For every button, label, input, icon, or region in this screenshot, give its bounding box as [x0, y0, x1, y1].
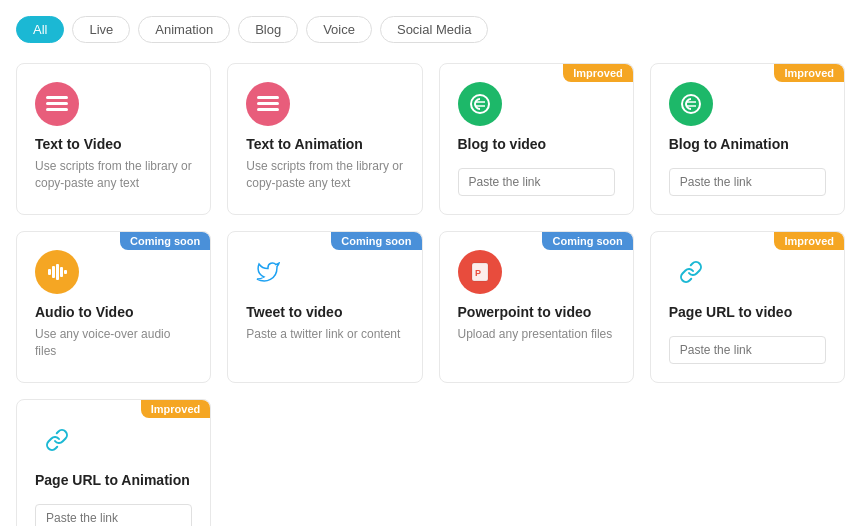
lines-icon	[246, 82, 290, 126]
filter-btn-social-media[interactable]: Social Media	[380, 16, 488, 43]
link-icon	[669, 250, 713, 294]
card-desc-powerpoint-to-video: Upload any presentation files	[458, 326, 615, 343]
badge-audio-to-video: Coming soon	[120, 232, 210, 250]
svg-point-9	[682, 95, 700, 113]
filter-bar: AllLiveAnimationBlogVoiceSocial Media	[16, 16, 845, 43]
svg-rect-12	[48, 269, 51, 275]
card-title-page-url-to-animation: Page URL to Animation	[35, 472, 192, 488]
svg-rect-4	[257, 102, 279, 105]
svg-rect-13	[52, 266, 55, 278]
card-desc-audio-to-video: Use any voice-over audio files	[35, 326, 192, 360]
svg-rect-16	[64, 270, 67, 274]
card-input-blog-to-animation[interactable]	[669, 168, 826, 196]
svg-rect-1	[46, 102, 68, 105]
blog-icon	[669, 82, 713, 126]
svg-point-6	[471, 95, 489, 113]
svg-rect-14	[56, 264, 59, 280]
card-text-to-animation[interactable]: Text to AnimationUse scripts from the li…	[227, 63, 422, 215]
svg-rect-2	[46, 108, 68, 111]
filter-btn-live[interactable]: Live	[72, 16, 130, 43]
twitter-icon	[246, 250, 290, 294]
card-title-blog-to-video: Blog to video	[458, 136, 615, 152]
card-desc-text-to-video: Use scripts from the library or copy-pas…	[35, 158, 192, 192]
card-text-to-video[interactable]: Text to VideoUse scripts from the librar…	[16, 63, 211, 215]
card-tweet-to-video[interactable]: Coming soon Tweet to videoPaste a twitte…	[227, 231, 422, 383]
badge-tweet-to-video: Coming soon	[331, 232, 421, 250]
card-page-url-to-animation[interactable]: Improved Page URL to Animation	[16, 399, 211, 526]
svg-rect-0	[46, 96, 68, 99]
card-title-page-url-to-video: Page URL to video	[669, 304, 826, 320]
card-powerpoint-to-video[interactable]: Coming soon P Powerpoint to videoUpload …	[439, 231, 634, 383]
ppt-icon: P	[458, 250, 502, 294]
card-title-powerpoint-to-video: Powerpoint to video	[458, 304, 615, 320]
card-input-page-url-to-video[interactable]	[669, 336, 826, 364]
card-blog-to-video[interactable]: Improved Blog to video	[439, 63, 634, 215]
badge-powerpoint-to-video: Coming soon	[542, 232, 632, 250]
badge-blog-to-video: Improved	[563, 64, 633, 82]
link-icon	[35, 418, 79, 462]
svg-text:P: P	[475, 268, 481, 278]
card-title-audio-to-video: Audio to Video	[35, 304, 192, 320]
lines-icon	[35, 82, 79, 126]
card-title-tweet-to-video: Tweet to video	[246, 304, 403, 320]
blog-icon	[458, 82, 502, 126]
cards-grid: Text to VideoUse scripts from the librar…	[16, 63, 845, 526]
card-input-page-url-to-animation[interactable]	[35, 504, 192, 526]
svg-rect-5	[257, 108, 279, 111]
card-input-blog-to-video[interactable]	[458, 168, 615, 196]
badge-page-url-to-animation: Improved	[141, 400, 211, 418]
filter-btn-all[interactable]: All	[16, 16, 64, 43]
card-blog-to-animation[interactable]: Improved Blog to Animation	[650, 63, 845, 215]
filter-btn-blog[interactable]: Blog	[238, 16, 298, 43]
card-audio-to-video[interactable]: Coming soon Audio to VideoUse any voice-…	[16, 231, 211, 383]
svg-rect-15	[60, 267, 63, 277]
svg-rect-3	[257, 96, 279, 99]
filter-btn-voice[interactable]: Voice	[306, 16, 372, 43]
filter-btn-animation[interactable]: Animation	[138, 16, 230, 43]
card-title-blog-to-animation: Blog to Animation	[669, 136, 826, 152]
card-desc-text-to-animation: Use scripts from the library or copy-pas…	[246, 158, 403, 192]
card-page-url-to-video[interactable]: Improved Page URL to video	[650, 231, 845, 383]
audio-icon	[35, 250, 79, 294]
card-title-text-to-video: Text to Video	[35, 136, 192, 152]
badge-page-url-to-video: Improved	[774, 232, 844, 250]
card-desc-tweet-to-video: Paste a twitter link or content	[246, 326, 403, 343]
badge-blog-to-animation: Improved	[774, 64, 844, 82]
card-title-text-to-animation: Text to Animation	[246, 136, 403, 152]
